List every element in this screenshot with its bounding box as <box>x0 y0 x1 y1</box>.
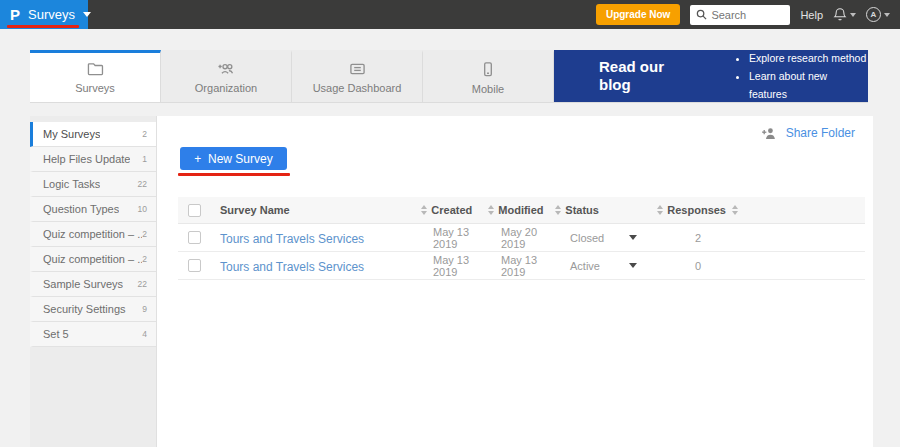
survey-name-link[interactable]: Tours and Travels Services <box>220 232 364 246</box>
table-row: Tours and Travels Services May 13 2019 M… <box>178 252 865 280</box>
chevron-down-icon <box>83 12 91 17</box>
select-all-checkbox[interactable] <box>188 204 201 217</box>
search-input[interactable] <box>711 9 781 21</box>
surveys-table: Survey Name Created Modified Status Resp… <box>178 197 865 280</box>
search-box[interactable] <box>690 5 790 25</box>
sort-icon[interactable] <box>732 205 738 215</box>
sidebar-item-security-settings[interactable]: Security Settings 9 <box>30 297 156 322</box>
annotation-underline-surveys <box>7 25 79 28</box>
product-switcher[interactable]: P Surveys <box>0 0 88 29</box>
account-menu[interactable]: A <box>866 7 890 22</box>
sidebar-item-set-5[interactable]: Set 5 4 <box>30 322 156 347</box>
status-dropdown[interactable]: Closed <box>555 232 653 244</box>
sidebar-item-help-files-update[interactable]: Help Files Update 1 <box>30 147 156 172</box>
sidebar-item-quiz-competition-1[interactable]: Quiz competition – ... 2 <box>30 222 156 247</box>
survey-name-link[interactable]: Tours and Travels Services <box>220 260 364 274</box>
status-value: Active <box>570 260 600 272</box>
folder-count: 2 <box>142 254 147 264</box>
sidebar-item-quiz-competition-2[interactable]: Quiz competition – ... 2 <box>30 247 156 272</box>
tab-label: Usage Dashboard <box>313 82 402 94</box>
sort-icon[interactable] <box>657 205 663 215</box>
blog-bullet: Explore research method <box>749 49 868 67</box>
sidebar-item-logic-tasks[interactable]: Logic Tasks 22 <box>30 172 156 197</box>
chevron-down-icon <box>850 13 856 17</box>
sort-icon[interactable] <box>555 205 561 215</box>
chevron-down-icon <box>629 235 637 240</box>
sidebar-item-question-types[interactable]: Question Types 10 <box>30 197 156 222</box>
tab-label: Organization <box>195 82 257 94</box>
folder-count: 9 <box>142 304 147 314</box>
table-row: Tours and Travels Services May 13 2019 M… <box>178 224 865 252</box>
folder-count: 2 <box>142 229 147 239</box>
help-link[interactable]: Help <box>800 9 823 21</box>
blog-banner-bullets: Explore research method Learn about new … <box>737 49 868 103</box>
header-checkbox-cell <box>178 204 215 217</box>
avatar: A <box>866 7 881 22</box>
mobile-icon <box>480 61 496 78</box>
chevron-down-icon <box>629 263 637 268</box>
modified-date: May 13 2019 <box>488 254 555 278</box>
row-checkbox[interactable] <box>188 259 201 272</box>
folder-count: 22 <box>138 279 147 289</box>
tab-label: Surveys <box>75 82 115 94</box>
column-header-status[interactable]: Status <box>552 204 650 216</box>
blog-banner-title: Read our blog <box>599 58 679 94</box>
share-person-icon <box>761 127 778 140</box>
folder-count: 22 <box>138 179 147 189</box>
primary-tabs: Surveys Organization Usage Dashboard Mob… <box>30 50 868 103</box>
folder-icon <box>86 61 105 77</box>
upgrade-now-button[interactable]: Upgrade Now <box>596 4 680 25</box>
modified-date: May 20 2019 <box>488 226 555 250</box>
created-date: May 13 2019 <box>421 254 488 278</box>
tab-mobile[interactable]: Mobile <box>423 50 554 102</box>
search-icon <box>696 9 707 20</box>
folder-count: 1 <box>142 154 147 164</box>
column-header-modified[interactable]: Modified <box>485 204 552 216</box>
top-bar: P Surveys Upgrade Now Help A <box>0 0 900 29</box>
status-value: Closed <box>570 232 604 244</box>
product-label: Surveys <box>28 7 75 22</box>
tab-surveys[interactable]: Surveys <box>30 50 161 102</box>
sort-icon[interactable] <box>488 205 494 215</box>
chevron-down-icon <box>884 13 890 17</box>
share-folder-link[interactable]: Share Folder <box>761 126 855 140</box>
new-survey-button[interactable]: + New Survey <box>180 147 287 170</box>
sort-icon[interactable] <box>421 205 427 215</box>
responses-count: 2 <box>653 232 738 244</box>
add-people-icon <box>216 61 236 77</box>
column-header-created[interactable]: Created <box>418 204 485 216</box>
surveys-content: Share Folder + New Survey Survey Name Cr… <box>157 116 873 447</box>
folder-count: 10 <box>138 204 147 214</box>
row-checkbox[interactable] <box>188 231 201 244</box>
annotation-underline-new-survey <box>178 173 290 176</box>
status-dropdown[interactable]: Active <box>555 260 653 272</box>
table-header-row: Survey Name Created Modified Status Resp… <box>178 197 865 224</box>
folder-count: 2 <box>142 129 147 139</box>
column-header-survey-name[interactable]: Survey Name <box>215 204 418 216</box>
proprofs-logo-icon: P <box>10 7 20 22</box>
dashboard-icon <box>348 61 367 77</box>
read-our-blog-banner[interactable]: Read our blog Explore research method Le… <box>554 50 868 102</box>
sidebar-item-sample-surveys[interactable]: Sample Surveys 22 <box>30 272 156 297</box>
created-date: May 13 2019 <box>421 226 488 250</box>
blog-bullet: Learn about new features <box>749 67 868 103</box>
notifications-menu[interactable] <box>833 7 856 22</box>
tab-label: Mobile <box>472 83 504 95</box>
column-header-responses[interactable]: Responses <box>650 204 738 216</box>
tab-usage-dashboard[interactable]: Usage Dashboard <box>292 50 423 102</box>
main-panel: My Surveys 2 Help Files Update 1 Logic T… <box>30 116 873 447</box>
tab-organization[interactable]: Organization <box>161 50 292 102</box>
sidebar-item-my-surveys[interactable]: My Surveys 2 <box>30 122 156 147</box>
responses-count: 0 <box>653 260 738 272</box>
folders-sidebar: My Surveys 2 Help Files Update 1 Logic T… <box>30 116 157 447</box>
plus-icon: + <box>194 152 201 166</box>
bell-icon <box>833 7 847 22</box>
folder-count: 4 <box>142 329 147 339</box>
